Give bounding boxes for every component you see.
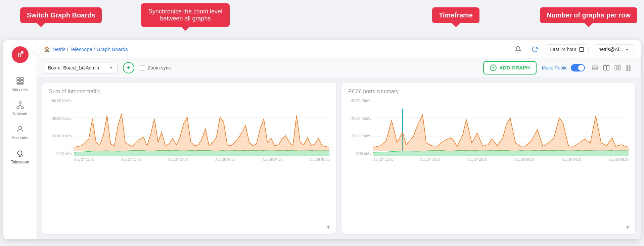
refresh-icon — [532, 46, 538, 53]
svg-rect-3 — [17, 78, 20, 79]
svg-rect-34 — [628, 68, 629, 70]
sidebar-item-services[interactable]: Services — [3, 72, 37, 96]
svg-line-13 — [20, 105, 22, 107]
layout-single-button[interactable] — [590, 63, 600, 72]
board-selector[interactable]: Board: Board_1@Admin ▼ — [44, 62, 118, 73]
svg-rect-5 — [17, 81, 20, 82]
x-label-1-5: Aug 28 08:00 — [608, 158, 629, 166]
svg-rect-32 — [630, 65, 631, 67]
sidebar: n › Services — [3, 40, 37, 239]
x-axis-1: Aug 27 12:00 Aug 27 16:00 Aug 27 20:00 A… — [373, 158, 629, 166]
sidebar-collapse-button[interactable]: › — [33, 49, 41, 56]
add-graph-label: ADD GRAPH — [499, 65, 530, 70]
chevron-down-icon — [625, 47, 630, 52]
svg-rect-31 — [628, 65, 629, 67]
graph-card-1: PC06 ports summary 60.00 Kbit/s 40.00 Kb… — [341, 83, 635, 234]
x-label-1-2: Aug 27 20:00 — [467, 158, 488, 166]
services-icon — [16, 77, 25, 85]
x-label-0-0: Aug 27 12:00 — [74, 158, 94, 166]
y-axis-0: 60.00 Kbit/s 40.00 Kbit/s 20.00 Kbit/s 0… — [49, 99, 74, 156]
chart-svg-0 — [74, 99, 329, 156]
svg-rect-10 — [21, 107, 24, 108]
make-public-toggle[interactable] — [571, 64, 585, 71]
y-label-1-0: 60.00 Kbit/s — [351, 99, 371, 103]
breadcrumb: 🏠 Netris / Telescope / Graph Boards — [44, 46, 508, 52]
layout-triple-icon — [614, 64, 621, 71]
user-selector[interactable]: netris@Al... — [594, 44, 634, 54]
accounts-icon — [16, 125, 25, 134]
sidebar-item-accounts[interactable]: Accounts — [3, 121, 37, 144]
board-selector-arrow: ▼ — [109, 65, 113, 70]
sidebar-item-network[interactable]: Network — [3, 97, 37, 120]
network-icon — [16, 101, 25, 109]
timeframe-tooltip: Timeframe — [432, 7, 479, 23]
graph-chart-1: 60.00 Kbit/s 40.00 Kbit/s 20.00 Kbit/s 0… — [348, 99, 629, 166]
topbar-actions: Last 24 hour netris@Al... — [512, 44, 634, 55]
add-board-button[interactable]: + — [123, 62, 134, 73]
svg-rect-19 — [580, 47, 584, 51]
layout-triple-button[interactable] — [613, 63, 623, 72]
sidebar-nav: Services Network Accounts — [3, 72, 37, 168]
zoom-sync-label: Zoom sync — [148, 65, 171, 70]
y-label-0-3: 0.00 bit/s — [56, 152, 72, 156]
svg-point-2 — [21, 51, 24, 54]
make-public-label: Make Public — [542, 65, 567, 70]
graphs-per-row-tooltip: Number of graphs per row — [540, 7, 637, 23]
layout-single-icon — [592, 64, 598, 71]
y-label-0-0: 60.00 Kbit/s — [52, 99, 72, 103]
make-public: Make Public — [542, 64, 585, 71]
sidebar-item-services-label: Services — [12, 87, 28, 92]
timeframe-selector[interactable]: Last 24 hour — [546, 44, 589, 54]
graph-chart-0: 60.00 Kbit/s 40.00 Kbit/s 20.00 Kbit/s 0… — [49, 99, 329, 166]
timeframe-label: Last 24 hour — [550, 47, 577, 52]
x-label-1-1: Aug 27 16:00 — [420, 158, 441, 166]
svg-rect-7 — [17, 84, 24, 84]
add-graph-button[interactable]: + ADD GRAPH — [483, 61, 537, 75]
topbar: 🏠 Netris / Telescope / Graph Boards — [37, 40, 641, 58]
y-label-1-1: 40.00 Kbit/s — [351, 116, 371, 120]
app-logo[interactable]: n — [12, 46, 29, 63]
x-label-0-5: Aug 28 08:00 — [309, 158, 329, 166]
svg-rect-25 — [604, 65, 606, 70]
chart-area-0 — [74, 99, 329, 156]
layout-double-button[interactable] — [602, 63, 611, 72]
svg-rect-4 — [20, 78, 24, 79]
sidebar-item-telescope-label: Telescope — [11, 160, 29, 164]
layout-quad-button[interactable] — [625, 63, 634, 72]
sidebar-item-telescope[interactable]: Telescope — [3, 145, 37, 168]
graph-card-0: Sum of Internet traffic 60.00 Kbit/s 40.… — [42, 83, 336, 234]
sidebar-item-network-label: Network — [12, 111, 27, 116]
refresh-button[interactable] — [529, 44, 541, 55]
svg-rect-6 — [20, 81, 24, 82]
x-label-1-0: Aug 27 12:00 — [373, 158, 394, 166]
graph-area: Sum of Internet traffic 60.00 Kbit/s 40.… — [37, 77, 641, 239]
layout-buttons — [590, 63, 634, 72]
x-label-0-2: Aug 27 20:00 — [168, 158, 188, 166]
user-label: netris@Al... — [598, 47, 623, 52]
chart-svg-1 — [373, 99, 629, 156]
svg-marker-47 — [373, 150, 629, 156]
notification-button[interactable] — [512, 44, 524, 55]
y-label-1-3: 0.00 bit/s — [356, 152, 371, 156]
svg-marker-41 — [74, 114, 329, 151]
zoom-sync-checkbox[interactable] — [140, 65, 145, 70]
home-icon: 🏠 — [44, 46, 50, 52]
svg-point-15 — [17, 151, 22, 155]
toolbar: Board: Board_1@Admin ▼ + Zoom sync + ADD… — [37, 58, 641, 77]
svg-rect-8 — [19, 102, 21, 103]
x-label-0-3: Aug 28 00:00 — [215, 158, 235, 166]
telescope-icon — [16, 149, 25, 158]
breadcrumb-text[interactable]: Netris / Telescope / Graph Boards — [52, 46, 128, 52]
svg-line-16 — [21, 155, 23, 156]
graph-collapse-1[interactable]: ▼ — [625, 225, 630, 230]
switch-graph-boards-tooltip: Switch Graph Boards — [20, 7, 102, 23]
x-axis-0: Aug 27 12:00 Aug 27 16:00 Aug 27 20:00 A… — [74, 158, 329, 166]
bell-icon — [515, 46, 521, 53]
y-label-0-1: 40.00 Kbit/s — [52, 116, 72, 120]
svg-rect-35 — [630, 68, 631, 70]
svg-line-12 — [18, 105, 20, 107]
add-graph-plus-icon: + — [490, 64, 497, 71]
graph-collapse-0[interactable]: ▼ — [326, 225, 331, 230]
graph-title-0: Sum of Internet traffic — [49, 89, 329, 95]
svg-rect-30 — [626, 65, 628, 67]
